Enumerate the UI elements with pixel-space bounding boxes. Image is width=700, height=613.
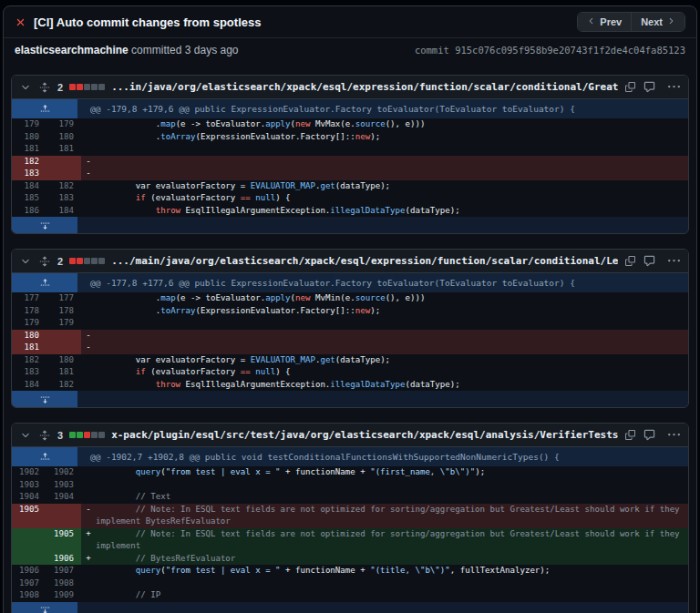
new-line-number[interactable]: 182: [46, 379, 81, 392]
expand-down-button[interactable]: [12, 602, 77, 613]
diff-marker: -: [81, 156, 96, 169]
prev-next-group: Prev Next: [577, 12, 685, 32]
file-path[interactable]: x-pack/plugin/esql/src/test/java/org/ela…: [111, 429, 618, 441]
code-line: query("from test | eval x = " + function…: [96, 565, 688, 577]
new-line-number[interactable]: 1906: [46, 553, 81, 566]
copy-path-button[interactable]: [624, 255, 636, 267]
new-line-number[interactable]: 1909: [46, 589, 81, 602]
old-line-number[interactable]: 1907: [12, 577, 46, 590]
new-line-number[interactable]: 179: [46, 118, 81, 131]
old-line-number[interactable]: 182: [12, 354, 46, 367]
new-line-number[interactable]: [46, 342, 81, 354]
new-line-number[interactable]: [46, 168, 81, 180]
chevron-down-icon: [20, 82, 31, 93]
old-line-number[interactable]: 183: [12, 366, 46, 379]
old-line-number[interactable]: 181: [12, 143, 46, 156]
old-line-number[interactable]: 1903: [12, 479, 46, 492]
new-line-number[interactable]: 181: [46, 366, 81, 379]
old-line-number[interactable]: 1904: [12, 491, 46, 504]
old-line-number[interactable]: 178: [12, 305, 46, 318]
old-line-number[interactable]: 186: [12, 205, 46, 218]
next-button[interactable]: Next: [631, 13, 685, 31]
diffstat-neutral-square: [98, 432, 105, 438]
expand-up-button[interactable]: [12, 447, 77, 466]
expand-all-button[interactable]: [38, 429, 51, 442]
diff-marker: -: [81, 330, 96, 342]
diff-line: 183181 if (evaluatorFactory == null) {: [12, 366, 688, 379]
new-line-number[interactable]: 1903: [46, 479, 81, 492]
old-line-number[interactable]: 181: [12, 342, 46, 354]
expand-up-button[interactable]: [12, 99, 77, 118]
expand-down-button[interactable]: [12, 391, 77, 407]
old-line-number[interactable]: 1902: [12, 466, 46, 479]
code-line: [96, 342, 688, 354]
new-line-number[interactable]: 1902: [46, 466, 81, 479]
old-line-number[interactable]: 184: [12, 379, 46, 392]
file-path[interactable]: ...in/java/org/elasticsearch/xpack/esql/…: [111, 81, 618, 93]
old-line-number[interactable]: 183: [12, 168, 46, 180]
code-line: .map(e -> toEvaluator.apply(new MvMax(e.…: [96, 118, 688, 131]
chevron-right-icon: [666, 16, 675, 27]
file-header: 3x-pack/plugin/esql/src/test/java/org/el…: [12, 424, 688, 447]
unfold-icon: [39, 82, 50, 93]
new-line-number[interactable]: 1907: [46, 565, 81, 577]
new-line-number[interactable]: [46, 330, 81, 342]
new-line-number[interactable]: 177: [46, 292, 81, 305]
expand-all-button[interactable]: [38, 81, 51, 94]
copy-path-button[interactable]: [624, 81, 636, 93]
copy-path-button[interactable]: [624, 429, 636, 441]
file-options-button[interactable]: [667, 80, 681, 94]
code-line: [96, 168, 688, 180]
commit-header: [CI] Auto commit changes from spotless P…: [4, 6, 696, 37]
collapse-file-button[interactable]: [19, 429, 32, 442]
new-line-number[interactable]: 182: [46, 180, 81, 193]
expand-down-button[interactable]: [12, 217, 77, 233]
collapse-file-button[interactable]: [19, 81, 32, 94]
old-line-number[interactable]: 177: [12, 292, 46, 305]
old-line-number[interactable]: 179: [12, 317, 46, 330]
old-line-number[interactable]: [12, 553, 46, 566]
fold-up-icon: [40, 278, 50, 288]
expand-up-button[interactable]: [12, 273, 77, 292]
old-line-number[interactable]: [12, 528, 46, 553]
new-line-number[interactable]: 1908: [46, 577, 81, 590]
old-line-number[interactable]: 182: [12, 156, 46, 169]
new-line-number[interactable]: 1904: [46, 491, 81, 504]
old-line-number[interactable]: 179: [12, 118, 46, 131]
file-options-button[interactable]: [667, 428, 681, 442]
collapse-file-button[interactable]: [19, 255, 32, 268]
new-line-number[interactable]: 1905: [46, 528, 81, 553]
diff-code-body: 179179 .map(e -> toEvaluator.apply(new M…: [12, 118, 688, 217]
old-line-number[interactable]: 1906: [12, 565, 46, 577]
code-line: .map(e -> toEvaluator.apply(new MvMin(e.…: [96, 292, 688, 305]
old-line-number[interactable]: 184: [12, 180, 46, 193]
new-line-number[interactable]: 178: [46, 305, 81, 318]
prev-button[interactable]: Prev: [578, 13, 631, 31]
new-line-number[interactable]: 184: [46, 205, 81, 218]
new-line-number[interactable]: 179: [46, 317, 81, 330]
old-line-number[interactable]: 180: [12, 330, 46, 342]
code-line: // IP: [96, 589, 688, 602]
new-line-number[interactable]: [46, 504, 81, 528]
diff-line: 186184 throw EsqlIllegalArgumentExceptio…: [12, 205, 688, 218]
commit-author[interactable]: elasticsearchmachine: [15, 44, 129, 56]
expand-all-button[interactable]: [38, 255, 51, 268]
code-line: [96, 143, 688, 156]
comment-button[interactable]: [643, 254, 656, 268]
hunk-header-row: @@ -1902,7 +1902,8 @@ public void testCo…: [12, 447, 688, 466]
new-line-number[interactable]: 181: [46, 143, 81, 156]
old-line-number[interactable]: 1905: [12, 504, 46, 528]
expand-bottom-row: [12, 217, 688, 233]
new-line-number[interactable]: [46, 156, 81, 169]
new-line-number[interactable]: 180: [46, 131, 81, 144]
new-line-number[interactable]: 180: [46, 354, 81, 367]
file-path[interactable]: .../main/java/org/elasticsearch/xpack/es…: [111, 255, 618, 267]
comment-button[interactable]: [643, 80, 656, 94]
hunk-header-row: @@ -177,8 +177,6 @@ public ExpressionEva…: [12, 273, 688, 292]
old-line-number[interactable]: 180: [12, 131, 46, 144]
new-line-number[interactable]: 183: [46, 192, 81, 205]
old-line-number[interactable]: 1908: [12, 589, 46, 602]
old-line-number[interactable]: 185: [12, 192, 46, 205]
file-options-button[interactable]: [667, 254, 681, 268]
comment-button[interactable]: [643, 428, 656, 442]
